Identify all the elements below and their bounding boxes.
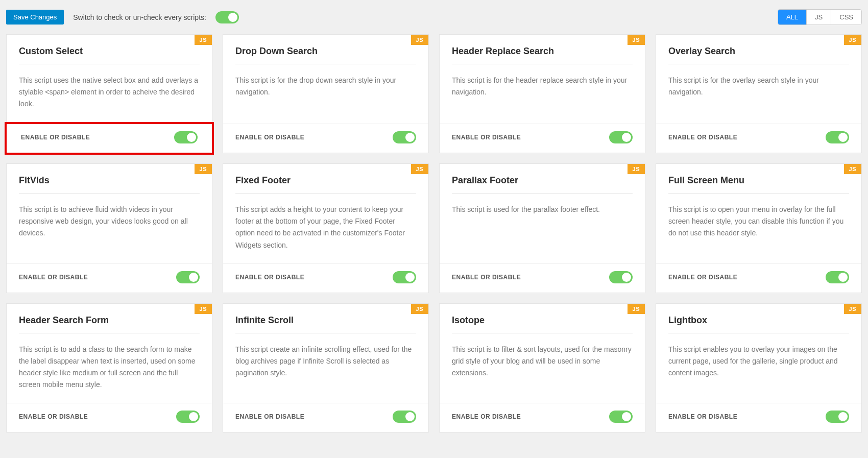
script-card: JSCustom SelectThis script uses the nati… (6, 34, 212, 153)
enable-toggle[interactable] (826, 131, 849, 143)
script-card: JSOverlay SearchThis script is for the o… (656, 34, 862, 153)
card-footer: ENABLE OR DISABLE (223, 403, 428, 432)
enable-disable-label: ENABLE OR DISABLE (452, 134, 521, 141)
card-type-badge: JS (411, 164, 428, 174)
card-type-badge: JS (195, 35, 212, 45)
script-card: JSHeader Search FormThis script is to ad… (6, 303, 212, 432)
cards-grid: JSCustom SelectThis script uses the nati… (0, 34, 868, 439)
script-card: JSDrop Down SearchThis script is for the… (223, 34, 429, 153)
card-title: Fixed Footer (223, 164, 428, 193)
card-title: Header Replace Search (440, 35, 645, 64)
enable-toggle[interactable] (609, 271, 633, 283)
enable-toggle[interactable] (176, 271, 200, 283)
card-footer: ENABLE OR DISABLE (440, 403, 645, 432)
enable-toggle[interactable] (393, 271, 416, 283)
card-description: This script is for the header replace se… (440, 64, 645, 110)
card-description: This script enables you to overlay your … (656, 333, 861, 391)
enable-disable-label: ENABLE OR DISABLE (19, 274, 88, 281)
script-card: JSHeader Replace SearchThis script is fo… (439, 34, 645, 153)
script-card: JSParallax FooterThis script is used for… (439, 163, 645, 293)
script-card: JSFitVidsThis script is to achieve fluid… (6, 163, 212, 293)
top-bar: Save Changes Switch to check or un-check… (0, 0, 868, 34)
card-footer: ENABLE OR DISABLE (5, 122, 214, 155)
card-type-badge: JS (844, 35, 861, 45)
card-footer: ENABLE OR DISABLE (440, 263, 645, 293)
enable-disable-label: ENABLE OR DISABLE (235, 274, 304, 281)
enable-toggle[interactable] (174, 131, 198, 143)
card-footer: ENABLE OR DISABLE (7, 263, 212, 293)
card-description: This script is to open your menu in over… (656, 194, 861, 251)
card-description: This script is to achieve fluid width vi… (7, 194, 212, 251)
card-description: This script create an infinite scrolling… (223, 333, 428, 391)
enable-disable-label: ENABLE OR DISABLE (235, 134, 304, 141)
card-title: Lightbox (656, 304, 861, 333)
card-description: This script adds a height to your conten… (223, 194, 428, 263)
filter-group: ALL JS CSS (778, 9, 862, 25)
card-title: Parallax Footer (440, 164, 645, 193)
card-description: This script uses the native select box a… (7, 64, 212, 122)
card-description: This script is to add a class to the sea… (7, 333, 212, 403)
card-title: Custom Select (7, 35, 212, 64)
card-type-badge: JS (844, 164, 861, 174)
card-footer: ENABLE OR DISABLE (656, 403, 861, 432)
card-footer: ENABLE OR DISABLE (656, 124, 861, 153)
filter-all-button[interactable]: ALL (778, 10, 807, 25)
enable-toggle[interactable] (826, 411, 849, 423)
card-type-badge: JS (195, 164, 212, 174)
script-card: JSLightboxThis script enables you to ove… (656, 303, 862, 432)
card-type-badge: JS (628, 164, 645, 174)
card-type-badge: JS (628, 35, 645, 45)
card-description: This script is used for the parallax foo… (440, 194, 645, 228)
card-title: Overlay Search (656, 35, 861, 64)
script-card: JSFull Screen MenuThis script is to open… (656, 163, 862, 293)
card-title: Infinite Scroll (223, 304, 428, 333)
card-title: Drop Down Search (223, 35, 428, 64)
enable-toggle[interactable] (393, 411, 416, 423)
filter-js-button[interactable]: JS (807, 10, 831, 25)
enable-toggle[interactable] (826, 271, 849, 283)
script-card: JSIsotopeThis script is to filter & sort… (439, 303, 645, 432)
card-type-badge: JS (411, 304, 428, 314)
switch-all-toggle[interactable] (215, 11, 239, 23)
card-title: FitVids (7, 164, 212, 193)
card-description: This script is for the drop down search … (223, 64, 428, 110)
card-footer: ENABLE OR DISABLE (440, 124, 645, 153)
card-type-badge: JS (411, 35, 428, 45)
card-type-badge: JS (628, 304, 645, 314)
enable-toggle[interactable] (609, 411, 633, 423)
card-type-badge: JS (844, 304, 861, 314)
top-left: Save Changes Switch to check or un-check… (6, 10, 239, 25)
filter-css-button[interactable]: CSS (831, 10, 861, 25)
script-card: JSInfinite ScrollThis script create an i… (223, 303, 429, 432)
card-footer: ENABLE OR DISABLE (223, 124, 428, 153)
enable-disable-label: ENABLE OR DISABLE (668, 134, 737, 141)
script-card: JSFixed FooterThis script adds a height … (223, 163, 429, 293)
enable-toggle[interactable] (393, 131, 416, 143)
enable-disable-label: ENABLE OR DISABLE (452, 274, 521, 281)
card-footer: ENABLE OR DISABLE (223, 263, 428, 293)
save-button[interactable]: Save Changes (6, 10, 64, 25)
card-footer: ENABLE OR DISABLE (7, 403, 212, 432)
card-type-badge: JS (195, 304, 212, 314)
card-title: Full Screen Menu (656, 164, 861, 193)
enable-toggle[interactable] (609, 131, 633, 143)
enable-disable-label: ENABLE OR DISABLE (668, 274, 737, 281)
card-description: This script is to filter & sort layouts,… (440, 333, 645, 391)
enable-disable-label: ENABLE OR DISABLE (19, 413, 88, 420)
card-description: This script is for the overlay search st… (656, 64, 861, 110)
switch-all-label: Switch to check or un-check every script… (73, 13, 206, 21)
card-title: Isotope (440, 304, 645, 333)
enable-toggle[interactable] (176, 411, 200, 423)
enable-disable-label: ENABLE OR DISABLE (668, 413, 737, 420)
enable-disable-label: ENABLE OR DISABLE (235, 413, 304, 420)
enable-disable-label: ENABLE OR DISABLE (452, 413, 521, 420)
enable-disable-label: ENABLE OR DISABLE (21, 134, 90, 141)
card-footer: ENABLE OR DISABLE (656, 263, 861, 293)
card-title: Header Search Form (7, 304, 212, 333)
